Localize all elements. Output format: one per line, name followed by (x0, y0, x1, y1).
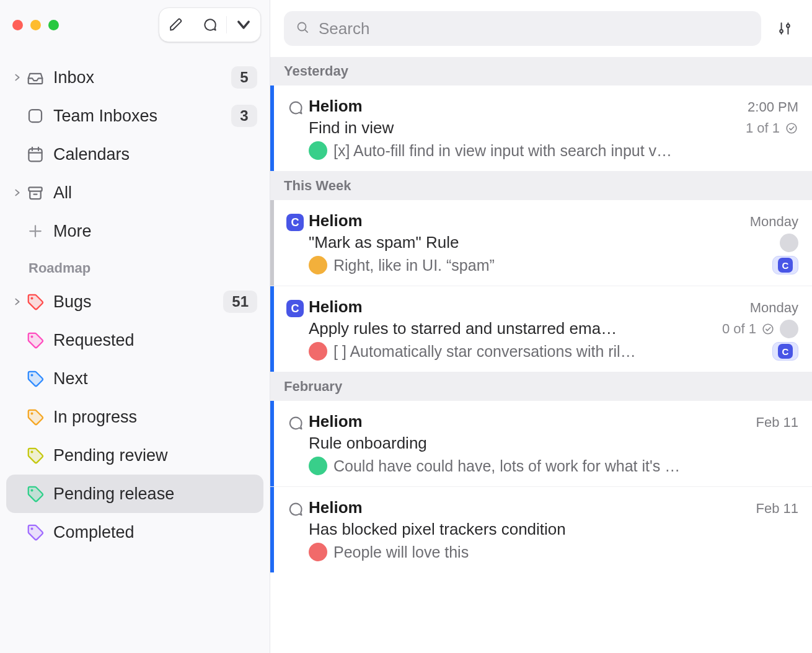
subject: Has blocked pixel trackers condition (309, 520, 798, 539)
timestamp: Monday (750, 300, 798, 316)
read-stripe (270, 200, 274, 286)
preview-text: Right, like in UI. “spam” (333, 256, 760, 274)
avatar (309, 457, 327, 475)
from-label: Heliom (309, 211, 363, 230)
unread-stripe (270, 487, 274, 572)
sidebar-item-label: More (53, 222, 257, 241)
sidebar-item-label: Pending release (53, 484, 257, 504)
sidebar-item-label: Next (53, 369, 257, 388)
sidebar-item-team-inboxes[interactable]: Team Inboxes 3 (6, 97, 263, 135)
minimize-window-button[interactable] (30, 20, 41, 30)
avatar (309, 342, 327, 361)
archive-icon (25, 182, 46, 203)
subject: Find in view (309, 118, 739, 138)
sidebar-item-pending-review[interactable]: Pending review (6, 436, 263, 475)
sidebar-item-all[interactable]: All (6, 173, 263, 212)
plus-icon (25, 221, 46, 242)
from-label: Heliom (309, 97, 363, 116)
preview-text: Could have could have, lots of work for … (333, 457, 798, 475)
sidebar-item-label: In progress (53, 408, 257, 427)
disclosure-icon[interactable] (10, 188, 25, 197)
check-circle-icon (785, 121, 798, 135)
timestamp: Feb 11 (756, 501, 799, 517)
zoom-window-button[interactable] (48, 20, 59, 30)
avatar (309, 256, 327, 274)
team-inboxes-icon (25, 105, 46, 126)
message-row[interactable]: Heliom 2:00 PM Find in view 1 of 1 [x] A… (270, 85, 812, 172)
titlebar (6, 6, 263, 43)
c-badge-icon: C (286, 300, 304, 317)
message-row[interactable]: Heliom Feb 11 Rule onboarding Could have… (270, 401, 812, 487)
timestamp: Feb 11 (756, 414, 799, 431)
sidebar-item-more[interactable]: More (6, 212, 263, 250)
preview-text: People will love this (333, 543, 798, 561)
sidebar-item-pending-release[interactable]: Pending release (6, 475, 263, 513)
c-badge-pill: C (772, 342, 798, 361)
app-window: Inbox 5 Team Inboxes 3 Calendars All (0, 0, 812, 653)
unread-stripe (270, 85, 274, 171)
preview-text: [ ] Automatically star conversations wit… (333, 343, 760, 361)
disclosure-icon[interactable] (10, 73, 25, 82)
sidebar-item-label: Completed (53, 523, 257, 542)
toolbar-more-button[interactable] (227, 8, 260, 42)
calendar-icon (25, 144, 46, 165)
search-icon (295, 20, 310, 37)
group-header: This Week (270, 172, 812, 200)
sidebar-item-requested[interactable]: Requested (6, 321, 263, 359)
sidebar-item-label: Inbox (53, 68, 231, 87)
sidebar-item-calendars[interactable]: Calendars (6, 135, 263, 173)
filters-button[interactable] (771, 15, 798, 42)
subject: "Mark as spam" Rule (309, 233, 774, 252)
count-badge: 3 (231, 105, 257, 127)
unread-stripe (270, 401, 274, 486)
avatar (309, 543, 327, 561)
tag-icon (25, 445, 46, 466)
sidebar: Inbox 5 Team Inboxes 3 Calendars All (0, 0, 270, 653)
progress-meta: 0 of 1 (722, 320, 798, 338)
sidebar-item-label: Calendars (53, 145, 257, 164)
sidebar-item-bugs[interactable]: Bugs 51 (6, 283, 263, 321)
topbar: Search (270, 0, 812, 57)
thread-type-icon: C (281, 297, 309, 361)
nav: Inbox 5 Team Inboxes 3 Calendars All (6, 43, 263, 551)
tag-icon (25, 368, 46, 389)
participant-avatar (780, 234, 798, 252)
thread-type-icon: C (281, 211, 309, 274)
message-row[interactable]: C Heliom Monday Apply rules to starred a… (270, 286, 812, 372)
section-header-roadmap: Roadmap (6, 250, 263, 283)
progress-text: 0 of 1 (722, 321, 756, 337)
group-header: Yesterday (270, 57, 812, 85)
message-row[interactable]: C Heliom Monday "Mark as spam" Rule Righ… (270, 200, 812, 286)
unread-stripe (270, 286, 274, 372)
sidebar-item-next[interactable]: Next (6, 359, 263, 398)
sidebar-item-label: Bugs (53, 292, 223, 312)
from-label: Heliom (309, 412, 363, 431)
compose-button[interactable] (159, 8, 193, 42)
tag-icon (25, 483, 46, 504)
subject: Rule onboarding (309, 434, 798, 453)
toolbar (159, 7, 261, 42)
search-input[interactable]: Search (284, 11, 761, 46)
avatar (309, 141, 327, 160)
count-badge: 5 (231, 66, 257, 89)
disclosure-icon[interactable] (10, 297, 25, 306)
sidebar-item-label: Requested (53, 331, 257, 350)
sidebar-item-label: All (53, 183, 257, 203)
sidebar-item-label: Team Inboxes (53, 107, 231, 126)
progress-text: 1 of 1 (746, 120, 780, 136)
sidebar-item-completed[interactable]: Completed (6, 513, 263, 551)
message-list[interactable]: Yesterday Heliom 2:00 PM Find in view 1 … (270, 57, 812, 653)
new-chat-button[interactable] (193, 8, 226, 42)
message-row[interactable]: Heliom Feb 11 Has blocked pixel trackers… (270, 487, 812, 572)
sidebar-item-in-progress[interactable]: In progress (6, 398, 263, 436)
sidebar-item-inbox[interactable]: Inbox 5 (6, 58, 263, 97)
close-window-button[interactable] (12, 20, 23, 30)
tag-icon (25, 522, 46, 543)
timestamp: 2:00 PM (748, 99, 798, 115)
from-label: Heliom (309, 498, 363, 517)
search-placeholder: Search (319, 19, 369, 38)
thread-type-icon (281, 412, 309, 475)
inbox-icon (25, 67, 46, 88)
tag-icon (25, 406, 46, 427)
thread-type-icon (281, 498, 309, 561)
